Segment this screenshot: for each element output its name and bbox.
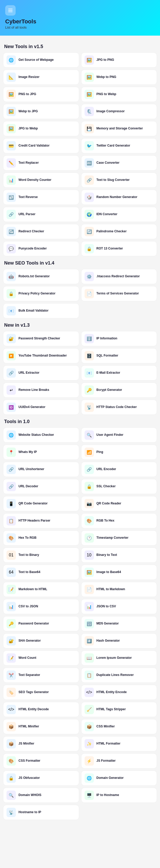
tool-name: HTML Entity Decode — [19, 707, 49, 712]
tool-card[interactable]: ℹ️IP Information — [81, 331, 157, 346]
tool-card[interactable]: 🔒SSL Checker — [81, 479, 157, 494]
tool-card[interactable]: 📖Lorem Ipsum Generator — [81, 650, 157, 665]
tool-card[interactable]: 🖼️Webp to JPG — [3, 104, 79, 119]
tool-card[interactable]: 📄HTML to Markdown — [81, 582, 157, 597]
tool-card[interactable]: 🔗URL Parser — [3, 207, 79, 222]
tool-card[interactable]: 📧E-Mail Extractor — [81, 365, 157, 380]
tool-card[interactable]: </>HTML Entity Encode — [81, 685, 157, 700]
tool-card[interactable]: ⚡JS Formatter — [81, 753, 157, 769]
tool-card[interactable]: 🔐SHA Generator — [3, 633, 79, 648]
tool-card[interactable]: 🖥️IP to Hostname — [81, 788, 157, 803]
tool-icon: 📡 — [84, 403, 94, 412]
tool-card[interactable]: ▶️YouTube Thumbnail Downloader — [3, 348, 79, 363]
tool-card[interactable]: 🔗URL Extractor — [3, 365, 79, 380]
tool-name: JPG to Webp — [19, 127, 38, 131]
tool-card[interactable]: 🖼️PNG to JPG — [3, 87, 79, 102]
tool-name: Text Replacer — [19, 161, 39, 165]
tool-card[interactable]: 🔒ROT 13 Converter — [81, 241, 157, 256]
tool-card[interactable]: 🔑Password Generator — [3, 616, 79, 631]
tool-card[interactable]: 📡HTTP Status Code Checker — [81, 400, 157, 415]
tool-card[interactable]: 🐦Twitter Card Generator — [81, 138, 157, 153]
tool-card[interactable]: 💳Credit Card Validator — [3, 138, 79, 153]
tool-card[interactable]: 🧹HTML Tags Stripper — [81, 702, 157, 717]
tool-card[interactable]: </>HTML Entity Decode — [3, 702, 79, 717]
tool-card[interactable]: 🔒JS Obfuscator — [3, 771, 79, 786]
tool-card[interactable]: 💬Punycode Encoder — [3, 241, 79, 256]
tool-card[interactable]: 🔍User Agent Finder — [81, 428, 157, 442]
tool-card[interactable]: 🌐Get Source of Webpage — [3, 53, 79, 68]
tool-card[interactable]: 🎨Hex To RGB — [3, 530, 79, 546]
tool-card[interactable]: 64Text to Base64 — [3, 565, 79, 580]
tool-card[interactable]: ↪️Redirect Checker — [3, 224, 79, 239]
tool-card[interactable]: ⚙️.htaccess Redirect Generator — [81, 269, 157, 284]
tool-card[interactable]: 🔄Palindrome Checker — [81, 224, 157, 239]
tool-card[interactable]: 🏷️SEO Tags Generator — [3, 685, 79, 700]
tool-card[interactable]: 🔍Domain WHOIS — [3, 788, 79, 803]
tool-icon: ▶️ — [6, 351, 16, 361]
tool-card[interactable]: 🔤Case Converter — [81, 155, 157, 170]
tool-card[interactable]: 📷QR Code Reader — [81, 496, 157, 511]
tool-card[interactable]: 🔗Text to Slug Converter — [81, 173, 157, 188]
tool-card[interactable]: #️⃣Hash Generator — [81, 633, 157, 648]
tool-card[interactable]: 🌍IDN Converter — [81, 207, 157, 222]
tool-card[interactable]: 🔐Password Strength Checker — [3, 331, 79, 346]
tool-card[interactable]: 🌐Domain Generator — [81, 771, 157, 786]
tool-card[interactable]: 🆔UUIDv4 Generator — [3, 400, 79, 415]
tool-card[interactable]: 10Binary to Text — [81, 548, 157, 563]
tool-card[interactable]: 🖼️JPG to Webp — [3, 121, 79, 136]
tool-card[interactable]: 🔗URL Decoder — [3, 479, 79, 494]
tool-card[interactable]: 📐Image Resizer — [3, 70, 79, 85]
tool-name: Word Count — [19, 656, 36, 660]
tool-card[interactable]: 🕐Timestamp Converter — [81, 530, 157, 546]
tool-icon: 🖼️ — [84, 72, 94, 82]
tool-card[interactable]: 📱QR Code Generator — [3, 496, 79, 511]
tool-name: Robots.txt Generator — [19, 274, 50, 279]
tool-card[interactable]: 🖼️JPG to PNG — [81, 53, 157, 68]
tool-card[interactable]: 📄Terms of Services Generator — [81, 286, 157, 301]
tool-card[interactable]: 📊CSV to JSON — [3, 599, 79, 614]
tool-card[interactable]: 01Text to Binary — [3, 548, 79, 563]
tool-card[interactable]: 📝Word Count — [3, 650, 79, 665]
tool-card[interactable]: ✨HTML Formatter — [81, 736, 157, 751]
tool-card[interactable]: ✂️Text Separator — [3, 668, 79, 683]
tool-card[interactable]: ↩️Text Reverse — [3, 190, 79, 205]
tool-card[interactable]: 🎲Random Number Generator — [81, 190, 157, 205]
tool-card[interactable]: 🔢MD5 Generator — [81, 616, 157, 631]
tool-icon: ✏️ — [6, 158, 16, 167]
tool-card[interactable]: 📊Word Density Counter — [3, 173, 79, 188]
tool-card[interactable]: 🔗URL Encoder — [81, 462, 157, 477]
tool-card[interactable]: 📧Bulk Email Validator — [3, 303, 79, 318]
tool-card[interactable]: 🤖Robots.txt Generator — [3, 269, 79, 284]
tool-name: Password Generator — [19, 622, 49, 626]
tool-name: Punycode Encoder — [19, 247, 47, 251]
tool-card[interactable]: 📶Ping — [81, 445, 157, 460]
tool-name: E-Mail Extractor — [97, 371, 120, 375]
tool-card[interactable]: 📦JS Minifier — [3, 736, 79, 751]
tool-card[interactable]: 🎨RGB To Hex — [81, 513, 157, 528]
tool-name: Memory and Storage Converter — [97, 127, 143, 131]
tool-card[interactable]: 🗜️Image Compressor — [81, 104, 157, 119]
tool-card[interactable]: 🖼️Webp to PNG — [81, 70, 157, 85]
tool-card[interactable]: ✏️Text Replacer — [3, 155, 79, 170]
tool-card[interactable]: 📦HTML Minifier — [3, 719, 79, 734]
tool-name: JS Obfuscator — [19, 776, 40, 780]
tool-card[interactable]: 🖼️Image to Base64 — [81, 565, 157, 580]
tool-card[interactable]: 🖼️PNG to Webp — [81, 87, 157, 102]
tool-name: Text Reverse — [19, 195, 38, 199]
tool-card[interactable]: 💾Memory and Storage Converter — [81, 121, 157, 136]
tool-card[interactable]: 📋Duplicate Lines Remover — [81, 668, 157, 683]
tool-card[interactable]: 🎨CSS Formatter — [3, 753, 79, 769]
tool-card[interactable]: 📋HTTP Headers Parser — [3, 513, 79, 528]
tool-card[interactable]: 🔑Bcrypt Generator — [81, 382, 157, 398]
tool-card[interactable]: 🌐Website Status Checker — [3, 428, 79, 442]
tool-card[interactable]: 📍Whats My IP — [3, 445, 79, 460]
tool-card[interactable]: 📊JSON to CSV — [81, 599, 157, 614]
tool-name: YouTube Thumbnail Downloader — [19, 354, 67, 358]
tool-card[interactable]: 🔒Privacy Policy Generator — [3, 286, 79, 301]
tool-card[interactable]: 🗄️SQL Formatter — [81, 348, 157, 363]
tool-card[interactable]: 📝Markdown to HTML — [3, 582, 79, 597]
tool-card[interactable]: 🔗URL Unshortener — [3, 462, 79, 477]
tool-card[interactable]: ↵Remove Line Breaks — [3, 382, 79, 398]
tool-card[interactable]: 📡Hostname to IP — [3, 805, 79, 820]
tool-card[interactable]: 📦CSS Minifier — [81, 719, 157, 734]
